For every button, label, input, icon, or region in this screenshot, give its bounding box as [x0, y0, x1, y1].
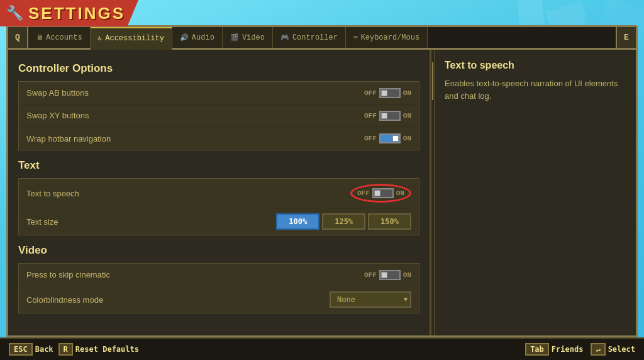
- swap-xy-off-label: OFF: [364, 112, 377, 120]
- wrench-icon: 🔧: [6, 5, 23, 22]
- content-area: Controller Options Swap AB buttons OFF O…: [8, 50, 636, 335]
- reset-defaults-button[interactable]: R Reset Defaults: [58, 343, 139, 356]
- swap-ab-on-label: ON: [403, 89, 411, 97]
- controller-tab-label: Controller: [292, 33, 338, 42]
- text-to-speech-toggle[interactable]: [372, 188, 394, 198]
- tab-prev-button[interactable]: Q: [8, 27, 28, 48]
- controller-tab-icon: 🎮: [280, 33, 289, 42]
- wrap-hotbar-label: Wrap hotbar navigation: [26, 134, 364, 143]
- swap-xy-label: Swap XY buttons: [26, 111, 364, 120]
- text-size-100[interactable]: 100%: [276, 213, 319, 230]
- swap-xy-on-label: ON: [403, 112, 411, 120]
- press-skip-thumb: [381, 272, 387, 278]
- swap-ab-row: Swap AB buttons OFF ON: [19, 82, 419, 104]
- accessibility-tab-label: Accessibility: [105, 34, 164, 43]
- bottom-bar: ESC Back R Reset Defaults Tab Friends ↵ …: [0, 337, 644, 360]
- wrap-hotbar-thumb: [392, 135, 399, 142]
- swap-ab-off-label: OFF: [364, 89, 377, 97]
- scroll-thumb[interactable]: [432, 62, 433, 100]
- keyboard-tab-icon: ⌨: [353, 33, 358, 42]
- swap-ab-label: Swap AB buttons: [26, 88, 364, 98]
- text-to-speech-row: Text to speech OFF ON: [19, 179, 419, 208]
- enter-key: ↵: [591, 343, 605, 356]
- accounts-tab-label: Accounts: [46, 33, 82, 42]
- right-panel: Text to speech Enables text-to-speech na…: [435, 50, 636, 335]
- controller-options-header: Controller Options: [18, 62, 419, 75]
- text-size-150[interactable]: 150%: [368, 213, 411, 230]
- wrap-hotbar-on-label: ON: [403, 135, 411, 142]
- friends-label: Friends: [552, 345, 584, 354]
- left-panel: Controller Options Swap AB buttons OFF O…: [8, 50, 431, 335]
- colorblindness-dropdown-wrapper: None Protanopia Deuteranopia Tritanopia …: [330, 291, 411, 308]
- friends-button[interactable]: Tab Friends: [525, 343, 583, 356]
- text-size-group: 100% 125% 150%: [276, 213, 411, 230]
- swap-xy-row: Swap XY buttons OFF ON: [19, 104, 419, 127]
- text-section-header: Text: [18, 159, 419, 172]
- colorblindness-label: Colorblindness mode: [26, 295, 330, 305]
- video-section-header: Video: [18, 244, 419, 257]
- wrap-hotbar-row: Wrap hotbar navigation OFF ON: [19, 127, 419, 150]
- text-to-speech-label: Text to speech: [26, 189, 350, 198]
- help-title: Text to speech: [445, 60, 626, 71]
- wrap-hotbar-toggle-container: OFF ON: [364, 133, 411, 143]
- tabs-list: 🖥 Accounts ♿ Accessibility 🔊 Audio 🎬 Vid…: [28, 27, 616, 48]
- text-to-speech-highlight: OFF ON: [350, 184, 411, 203]
- back-button[interactable]: ESC Back: [9, 343, 53, 356]
- tab-keyboard[interactable]: ⌨ Keyboard/Mous: [346, 27, 428, 48]
- bottom-right-buttons: Tab Friends ↵ Select: [525, 343, 635, 356]
- press-skip-toggle[interactable]: [379, 270, 401, 280]
- tab-next-button[interactable]: E: [616, 27, 636, 48]
- select-label: Select: [608, 345, 635, 354]
- r-key: R: [58, 343, 73, 356]
- controller-options-group: Swap AB buttons OFF ON Swap XY buttons O…: [18, 81, 419, 150]
- help-description: Enables text-to-speech narration of UI e…: [445, 77, 626, 102]
- colorblindness-select[interactable]: None Protanopia Deuteranopia Tritanopia: [330, 291, 411, 308]
- text-to-speech-toggle-container: OFF ON: [357, 188, 404, 198]
- tab-audio[interactable]: 🔊 Audio: [172, 27, 223, 48]
- wrap-hotbar-toggle[interactable]: [379, 133, 401, 143]
- page-title: SETTINGS: [28, 4, 125, 23]
- press-skip-on-label: ON: [403, 271, 411, 279]
- swap-ab-thumb: [381, 90, 387, 96]
- main-window: Q 🖥 Accounts ♿ Accessibility 🔊 Audio 🎬 V…: [6, 25, 638, 337]
- esc-key: ESC: [9, 343, 33, 356]
- tts-off-label: OFF: [357, 189, 370, 197]
- accounts-tab-icon: 🖥: [36, 33, 43, 42]
- video-tab-icon: 🎬: [230, 33, 239, 42]
- scrollbar[interactable]: [431, 50, 435, 335]
- text-size-row: Text size 100% 125% 150%: [19, 208, 419, 235]
- back-label: Back: [35, 345, 53, 354]
- title-bar: 🔧 SETTINGS: [0, 0, 138, 26]
- swap-xy-toggle[interactable]: [379, 111, 401, 121]
- video-tab-label: Video: [242, 33, 265, 42]
- tab-bar: Q 🖥 Accounts ♿ Accessibility 🔊 Audio 🎬 V…: [8, 27, 636, 50]
- tab-key: Tab: [525, 343, 549, 356]
- keyboard-tab-label: Keyboard/Mous: [361, 33, 420, 42]
- colorblindness-row: Colorblindness mode None Protanopia Deut…: [19, 286, 419, 313]
- swap-xy-thumb: [381, 113, 387, 119]
- select-button[interactable]: ↵ Select: [591, 343, 635, 356]
- tab-controller[interactable]: 🎮 Controller: [273, 27, 346, 48]
- audio-tab-label: Audio: [192, 33, 214, 42]
- swap-xy-toggle-container: OFF ON: [364, 111, 411, 121]
- accessibility-tab-icon: ♿: [98, 34, 103, 42]
- press-skip-toggle-container: OFF ON: [364, 270, 411, 280]
- text-size-label: Text size: [26, 217, 276, 227]
- svg-rect-2: [517, 0, 544, 26]
- tts-thumb: [374, 190, 380, 196]
- swap-ab-toggle[interactable]: [379, 88, 401, 98]
- bottom-left-buttons: ESC Back R Reset Defaults: [9, 343, 139, 356]
- press-skip-off-label: OFF: [364, 271, 377, 279]
- text-size-125[interactable]: 125%: [322, 213, 365, 230]
- tts-on-label: ON: [396, 189, 404, 197]
- text-group: Text to speech OFF ON Text size: [18, 178, 419, 235]
- tab-video[interactable]: 🎬 Video: [223, 27, 273, 48]
- audio-tab-icon: 🔊: [180, 33, 189, 42]
- tab-accounts[interactable]: 🖥 Accounts: [28, 27, 91, 48]
- wrap-hotbar-off-label: OFF: [364, 135, 377, 142]
- press-skip-row: Press to skip cinematic OFF ON: [19, 264, 419, 286]
- press-skip-label: Press to skip cinematic: [26, 270, 364, 279]
- tab-accessibility[interactable]: ♿ Accessibility: [91, 27, 172, 50]
- reset-label: Reset Defaults: [75, 345, 139, 354]
- swap-ab-toggle-container: OFF ON: [364, 88, 411, 98]
